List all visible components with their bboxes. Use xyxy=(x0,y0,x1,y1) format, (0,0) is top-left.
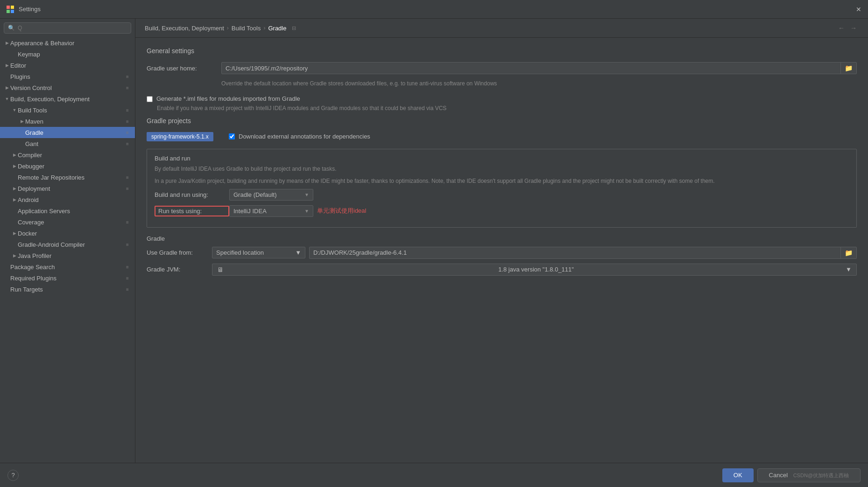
sidebar-item-appearance-behavior[interactable]: ▶Appearance & Behavior xyxy=(0,37,135,49)
expand-arrow: ▼ xyxy=(11,108,18,112)
run-tests-using-label: Run tests using: xyxy=(155,206,229,216)
sidebar-item-gradle-android-compiler[interactable]: Gradle-Android Compiler≡ xyxy=(0,239,135,250)
sidebar-item-badge: ≡ xyxy=(124,84,131,91)
download-annotations-area: Download external annotations for depend… xyxy=(229,132,370,141)
sidebar-item-label: Gradle xyxy=(25,129,124,136)
expand-arrow: ▶ xyxy=(4,63,10,68)
run-tests-using-row: Run tests using: IntelliJ IDEA ▼ 单元测试使用i… xyxy=(155,205,849,217)
sidebar-item-version-control[interactable]: ▶Version Control≡ xyxy=(0,82,135,93)
sidebar-item-android[interactable]: ▶Android xyxy=(0,194,135,205)
generate-iml-label: Generate *.iml files for modules importe… xyxy=(156,95,300,102)
sidebar-item-debugger[interactable]: ▶Debugger xyxy=(0,160,135,172)
sidebar-item-editor[interactable]: ▶Editor xyxy=(0,60,135,71)
cancel-button[interactable]: Cancel CSDN@伏加特遇上西柚 xyxy=(757,468,861,482)
run-tests-using-dropdown[interactable]: IntelliJ IDEA ▼ xyxy=(229,205,313,217)
gradle-jvm-dropdown[interactable]: 🖥 1.8 java version "1.8.0_111" ▼ xyxy=(212,264,857,276)
build-run-using-row: Build and run using: Gradle (Default) ▼ xyxy=(155,189,849,201)
sidebar-item-package-search[interactable]: Package Search≡ xyxy=(0,261,135,272)
sidebar-item-label: Appearance & Behavior xyxy=(10,40,124,47)
search-box[interactable]: 🔍 xyxy=(4,22,131,34)
sidebar-item-application-servers[interactable]: Application Servers xyxy=(0,205,135,216)
expand-arrow: ▶ xyxy=(11,164,18,168)
run-tests-annotation: 单元测试使用ideal xyxy=(317,207,366,215)
breadcrumb-item-1[interactable]: Build, Execution, Deployment xyxy=(145,25,224,32)
nav-forward-button[interactable]: → xyxy=(848,23,859,33)
gradle-path-browse[interactable]: 📁 xyxy=(840,247,856,258)
settings-window: Settings ✕ 🔍 ▶Appearance & BehaviorKeyma… xyxy=(0,0,868,487)
generate-iml-row: Generate *.iml files for modules importe… xyxy=(147,95,857,102)
gradle-jvm-row: Gradle JVM: 🖥 1.8 java version "1.8.0_11… xyxy=(147,264,857,276)
generate-iml-hint: Enable if you have a mixed project with … xyxy=(157,105,857,111)
ok-button[interactable]: OK xyxy=(722,468,754,482)
breadcrumb-item-2[interactable]: Build Tools xyxy=(232,25,261,32)
sidebar-item-keymap[interactable]: Keymap xyxy=(0,49,135,60)
expand-arrow: ▶ xyxy=(11,231,18,236)
search-icon: 🔍 xyxy=(8,25,15,31)
gradle-user-home-hint: Override the default location where Grad… xyxy=(221,80,857,88)
sidebar-item-compiler[interactable]: ▶Compiler xyxy=(0,149,135,160)
gradle-jvm-label: Gradle JVM: xyxy=(147,266,212,273)
gradle-dropdown-arrow: ▼ xyxy=(295,249,301,256)
sidebar-item-label: Deployment xyxy=(18,185,124,192)
build-run-using-dropdown[interactable]: Gradle (Default) ▼ xyxy=(229,189,313,201)
sidebar-item-label: Gradle-Android Compiler xyxy=(18,241,124,248)
breadcrumb-item-3[interactable]: Gradle xyxy=(268,25,286,32)
expand-arrow: ▶ xyxy=(11,153,18,157)
gradle-path-input-group[interactable]: 📁 xyxy=(309,247,857,259)
help-button[interactable]: ? xyxy=(7,470,19,481)
sidebar-item-badge xyxy=(124,151,131,159)
sidebar-item-java-profiler[interactable]: ▶Java Profiler xyxy=(0,250,135,261)
use-gradle-from-value: Specified location xyxy=(216,249,264,256)
sidebar-item-coverage[interactable]: Coverage≡ xyxy=(0,216,135,228)
sidebar-item-gant[interactable]: Gant≡ xyxy=(0,138,135,149)
sidebar-item-docker[interactable]: ▶Docker xyxy=(0,228,135,239)
search-input[interactable] xyxy=(18,25,127,31)
sidebar-item-label: Package Search xyxy=(10,264,124,271)
sidebar-item-plugins[interactable]: Plugins≡ xyxy=(0,71,135,82)
gradle-user-home-input[interactable] xyxy=(222,63,840,74)
svg-rect-1 xyxy=(11,6,14,9)
right-panel: Build, Execution, Deployment › Build Too… xyxy=(135,19,868,463)
download-annotations-checkbox[interactable] xyxy=(229,133,235,139)
breadcrumb-sep-2: › xyxy=(263,25,265,31)
project-tag[interactable]: spring-framework-5.1.x xyxy=(147,132,213,141)
build-run-desc2: In a pure Java/Kotlin project, building … xyxy=(155,177,849,185)
sidebar-item-label: Application Servers xyxy=(18,208,124,215)
generate-iml-checkbox[interactable] xyxy=(147,96,153,102)
gradle-path-input[interactable] xyxy=(310,247,840,258)
general-settings-title: General settings xyxy=(147,47,857,55)
sidebar-item-label: Docker xyxy=(18,230,124,237)
sidebar-item-badge xyxy=(124,162,131,170)
sidebar-item-badge: ≡ xyxy=(124,185,131,192)
sidebar-item-badge: ≡ xyxy=(124,263,131,271)
sidebar-item-badge xyxy=(124,230,131,237)
sidebar-item-label: Android xyxy=(18,196,124,203)
expand-arrow: ▶ xyxy=(4,41,10,45)
build-run-title: Build and run xyxy=(155,155,849,162)
sidebar-item-badge: ≡ xyxy=(124,174,131,181)
sidebar-item-badge xyxy=(124,39,131,47)
nav-back-button[interactable]: ← xyxy=(836,23,847,33)
sidebar-item-badge: ≡ xyxy=(124,118,131,125)
sidebar-item-gradle[interactable]: Gradle≡ xyxy=(0,127,135,138)
sidebar-item-required-plugins[interactable]: Required Plugins≡ xyxy=(0,272,135,284)
sidebar-item-run-targets[interactable]: Run Targets≡ xyxy=(0,284,135,295)
use-gradle-from-row: Use Gradle from: Specified location ▼ 📁 xyxy=(147,247,857,259)
close-button[interactable]: ✕ xyxy=(855,6,862,13)
sidebar-item-label: Build Tools xyxy=(18,107,124,114)
title-bar: Settings ✕ xyxy=(0,0,868,19)
sidebar-item-label: Gant xyxy=(25,140,124,147)
sidebar-item-maven[interactable]: ▶Maven≡ xyxy=(0,116,135,127)
build-run-using-arrow: ▼ xyxy=(304,192,309,197)
use-gradle-from-dropdown[interactable]: Specified location ▼ xyxy=(212,247,305,258)
build-run-using-value: Gradle (Default) xyxy=(233,191,276,198)
svg-rect-3 xyxy=(11,10,14,13)
sidebar-item-deployment[interactable]: ▶Deployment≡ xyxy=(0,183,135,194)
sidebar-item-remote-jar-repos[interactable]: Remote Jar Repositories≡ xyxy=(0,172,135,183)
breadcrumb-sep-1: › xyxy=(227,25,229,31)
sidebar-item-build-tools[interactable]: ▼Build Tools≡ xyxy=(0,104,135,116)
sidebar-item-badge: ≡ xyxy=(124,140,131,147)
gradle-user-home-browse[interactable]: 📁 xyxy=(840,63,856,74)
sidebar-item-build-execution-deployment[interactable]: ▼Build, Execution, Deployment xyxy=(0,93,135,104)
gradle-user-home-input-group[interactable]: 📁 xyxy=(221,62,857,74)
